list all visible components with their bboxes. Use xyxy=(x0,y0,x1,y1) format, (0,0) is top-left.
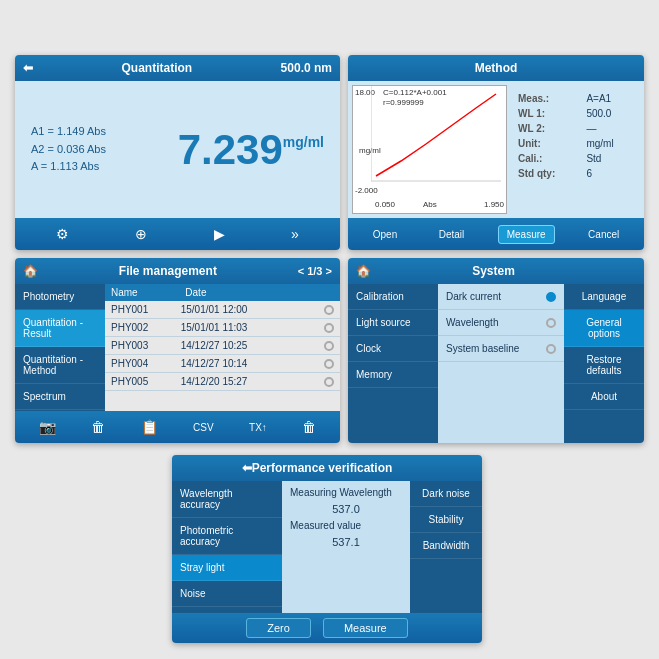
wl1-label: WL 1: xyxy=(515,106,583,121)
memory-item[interactable]: Memory xyxy=(348,362,438,388)
light-source-item[interactable]: Light source xyxy=(348,310,438,336)
next-button[interactable]: » xyxy=(283,224,307,244)
sidebar-item-quant-result[interactable]: Quantitation - Result xyxy=(15,310,105,347)
language-item[interactable]: Language xyxy=(564,284,644,310)
system-body: Calibration Light source Clock Memory Da… xyxy=(348,284,644,443)
cancel-button[interactable]: Cancel xyxy=(580,226,627,243)
measure-button[interactable]: Measure xyxy=(498,225,555,244)
back-icon[interactable]: ⬅ xyxy=(23,61,33,75)
table-row[interactable]: PHY003 14/12/27 10:25 xyxy=(105,337,340,355)
perf-footer: Zero Measure xyxy=(172,613,482,643)
method-panel: Method C=0.112*A+0.001 r=0.999999 18.00 … xyxy=(348,55,644,250)
home-icon-system[interactable]: 🏠 xyxy=(356,264,371,278)
meas-label: Meas.: xyxy=(515,91,583,106)
file-management-panel: 🏠 File management < 1/3 > Photometry Qua… xyxy=(15,258,340,443)
method-chart-svg xyxy=(371,86,506,191)
sidebar-item-spectrum[interactable]: Spectrum xyxy=(15,384,105,410)
col-name-header: Name xyxy=(111,287,185,298)
calibration-item[interactable]: Calibration xyxy=(348,284,438,310)
file-management-header: 🏠 File management < 1/3 > xyxy=(15,258,340,284)
system-left-col: Calibration Light source Clock Memory xyxy=(348,284,438,443)
stdqty-value: 6 xyxy=(583,166,636,181)
camera-icon[interactable]: 📷 xyxy=(31,417,64,437)
noise-item[interactable]: Noise xyxy=(172,581,282,607)
csv-icon[interactable]: CSV xyxy=(185,420,222,435)
wavelength-accuracy-item[interactable]: Wavelength accuracy xyxy=(172,481,282,518)
x-mid: Abs xyxy=(423,200,437,209)
back-icon-perf[interactable]: ⬅ xyxy=(242,461,252,475)
delete2-icon[interactable]: 🗑 xyxy=(294,417,324,437)
measure-button-perf[interactable]: Measure xyxy=(323,618,408,638)
copy-icon[interactable]: 📋 xyxy=(133,417,166,437)
table-row[interactable]: PHY002 15/01/01 11:03 xyxy=(105,319,340,337)
adjust-button[interactable]: ⊕ xyxy=(127,224,155,244)
wl2-value: — xyxy=(583,121,636,136)
perf-body: Wavelength accuracy Photometric accuracy… xyxy=(172,481,482,613)
quant-readout: 7.239 mg/ml xyxy=(178,126,324,174)
bandwidth-item[interactable]: Bandwidth xyxy=(410,533,482,559)
file-management-title: File management xyxy=(119,264,217,278)
sidebar-item-quant-method[interactable]: Quantitation - Method xyxy=(15,347,105,384)
detail-button[interactable]: Detail xyxy=(431,226,473,243)
quantitation-panel: ⬅ Quantitation 500.0 nm A1 = 1.149 Abs A… xyxy=(15,55,340,250)
cali-label: Cali.: xyxy=(515,151,583,166)
stdqty-label: Std qty: xyxy=(515,166,583,181)
perf-header: ⬅ Performance verification xyxy=(172,455,482,481)
wavelength-item[interactable]: Wavelength xyxy=(438,310,564,336)
table-row[interactable]: PHY001 15/01/01 12:00 xyxy=(105,301,340,319)
dark-noise-item[interactable]: Dark noise xyxy=(410,481,482,507)
perf-title: Performance verification xyxy=(252,461,393,475)
x-left: 0.050 xyxy=(375,200,395,209)
system-right-col: Language General options Restore default… xyxy=(564,284,644,443)
x-right: 1.950 xyxy=(484,200,504,209)
quantitation-title: Quantitation xyxy=(121,61,192,75)
measuring-wavelength-label: Measuring Wavelength xyxy=(286,485,406,500)
perf-right-col: Dark noise Stability Bandwidth xyxy=(410,481,482,613)
system-mid-col: Dark current Wavelength System baseline xyxy=(438,284,564,443)
col-date-header: Date xyxy=(185,287,334,298)
about-item[interactable]: About xyxy=(564,384,644,410)
a-value: A = 1.113 Abs xyxy=(31,158,106,176)
photometric-accuracy-item[interactable]: Photometric accuracy xyxy=(172,518,282,555)
tx-icon[interactable]: TX↑ xyxy=(241,420,275,435)
file-sidebar: Photometry Quantitation - Result Quantit… xyxy=(15,284,105,411)
a1-value: A1 = 1.149 Abs xyxy=(31,123,106,141)
file-list: Name Date PHY001 15/01/01 12:00 PHY002 1… xyxy=(105,284,340,411)
cali-value: Std xyxy=(583,151,636,166)
quantitation-header: ⬅ Quantitation 500.0 nm xyxy=(15,55,340,81)
play-button[interactable]: ▶ xyxy=(206,224,233,244)
zero-button[interactable]: Zero xyxy=(246,618,311,638)
table-row[interactable]: PHY005 14/12/20 15:27 xyxy=(105,373,340,391)
system-title: System xyxy=(472,264,515,278)
a2-value: A2 = 0.036 Abs xyxy=(31,141,106,159)
method-title: Method xyxy=(475,61,518,75)
open-button[interactable]: Open xyxy=(365,226,405,243)
measured-value: 537.1 xyxy=(286,533,406,551)
performance-panel: ⬅ Performance verification Wavelength ac… xyxy=(172,455,482,643)
stability-item[interactable]: Stability xyxy=(410,507,482,533)
method-stats: Meas.: A=A1 WL 1: 500.0 WL 2: — Unit: mg… xyxy=(511,85,640,214)
system-panel: 🏠 System Calibration Light source Clock … xyxy=(348,258,644,443)
clock-item[interactable]: Clock xyxy=(348,336,438,362)
perf-left-col: Wavelength accuracy Photometric accuracy… xyxy=(172,481,282,613)
delete-icon[interactable]: 🗑 xyxy=(83,417,113,437)
meas-value: A=A1 xyxy=(583,91,636,106)
file-toolbar: 📷 🗑 📋 CSV TX↑ 🗑 xyxy=(15,411,340,443)
wl2-label: WL 2: xyxy=(515,121,583,136)
wl1-value: 500.0 xyxy=(583,106,636,121)
general-options-item[interactable]: General options xyxy=(564,310,644,347)
file-table-header: Name Date xyxy=(105,284,340,301)
stray-light-item[interactable]: Stray light xyxy=(172,555,282,581)
home-icon[interactable]: 🏠 xyxy=(23,264,38,278)
measuring-wavelength-value: 537.0 xyxy=(286,500,406,518)
restore-defaults-item[interactable]: Restore defaults xyxy=(564,347,644,384)
sidebar-item-photometry[interactable]: Photometry xyxy=(15,284,105,310)
system-header: 🏠 System xyxy=(348,258,644,284)
method-header: Method xyxy=(348,55,644,81)
system-baseline-item[interactable]: System baseline xyxy=(438,336,564,362)
quant-toolbar: ⚙ ⊕ ▶ » xyxy=(15,218,340,250)
table-row[interactable]: PHY004 14/12/27 10:14 xyxy=(105,355,340,373)
file-nav[interactable]: < 1/3 > xyxy=(298,265,332,277)
settings-button[interactable]: ⚙ xyxy=(48,224,77,244)
dark-current-item[interactable]: Dark current xyxy=(438,284,564,310)
